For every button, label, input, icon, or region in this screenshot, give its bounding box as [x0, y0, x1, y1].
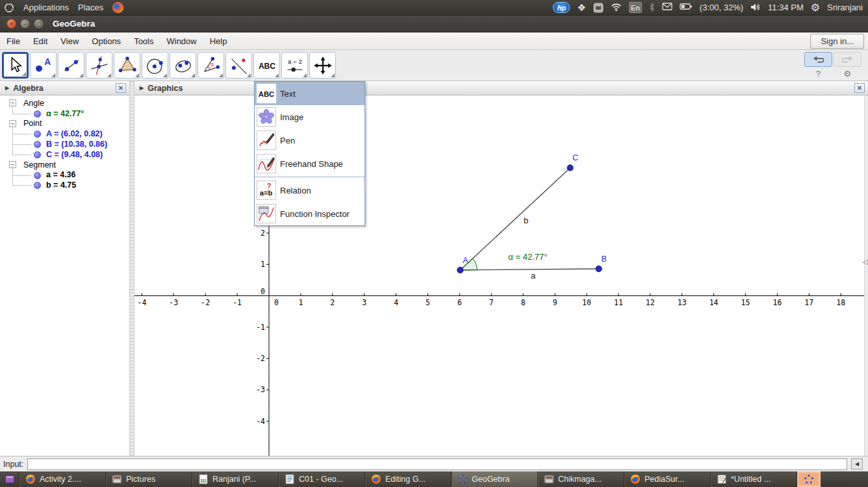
ubuntu-logo-icon[interactable]: [4, 3, 14, 13]
help-button[interactable]: ?: [816, 69, 821, 79]
session-gear-icon[interactable]: ⚙: [811, 3, 820, 13]
tool-text-button[interactable]: ABC: [253, 52, 280, 79]
bluetooth-icon[interactable]: [649, 3, 655, 13]
taskbar-item-geogebra[interactable]: GeoGebra: [452, 471, 538, 487]
mail-icon[interactable]: [662, 3, 672, 13]
point-A[interactable]: [457, 267, 463, 273]
graphics-canvas[interactable]: -4-3-2-10123456789101112131415161718210-…: [134, 95, 868, 456]
tool-polygon-button[interactable]: [114, 52, 140, 79]
dropbox-icon[interactable]: ❖: [577, 3, 585, 12]
algebra-item-value: A = (6.02, 0.82): [46, 129, 103, 138]
keyboard-layout-indicator[interactable]: En: [629, 2, 642, 13]
tool-dropdown-arrow-icon[interactable]: [22, 72, 26, 76]
volume-icon[interactable]: [750, 3, 761, 13]
input-help-toggle-button[interactable]: ◀: [851, 458, 863, 469]
wifi-icon[interactable]: [611, 3, 622, 13]
clock[interactable]: 11:34 PM: [768, 3, 804, 12]
algebra-item[interactable]: b = 4.75: [0, 180, 129, 190]
visibility-marble-icon[interactable]: [34, 141, 41, 148]
visibility-marble-icon[interactable]: [34, 151, 41, 158]
tool-angle-button[interactable]: α: [198, 52, 224, 79]
taskbar-item-c01-geo-[interactable]: C01 - Geo...: [279, 471, 365, 487]
tool-dropdown-arrow-icon[interactable]: [51, 73, 55, 77]
taskbar-item-activity-2-[interactable]: Activity 2....: [19, 471, 106, 487]
algebra-panel-header[interactable]: ▶ Algebra ✕: [0, 81, 129, 95]
battery-icon[interactable]: [680, 3, 693, 13]
undo-button[interactable]: [804, 52, 832, 67]
taskbar-item-editing-g-[interactable]: Editing G...: [365, 471, 452, 487]
graphics-collapse-triangle-icon[interactable]: ▶: [140, 85, 144, 91]
panel-splitter[interactable]: [130, 81, 134, 456]
visibility-marble-icon[interactable]: [34, 182, 41, 189]
window-titlebar[interactable]: ✕ − ▢ GeoGebra: [0, 16, 868, 32]
taskbar-item--untitled-[interactable]: *Untitled ...: [711, 471, 797, 487]
visibility-marble-icon[interactable]: [34, 131, 41, 138]
tool-reflection-button[interactable]: [225, 52, 252, 79]
taskbar-item-pediasur-[interactable]: PediaSur...: [624, 471, 711, 487]
graphics-panel-header[interactable]: ▶ Graphics ✕: [134, 81, 868, 95]
taskbar-item-pictures[interactable]: Pictures: [106, 471, 192, 487]
algebra-collapse-triangle-icon[interactable]: ▶: [5, 85, 9, 91]
tool-dropdown-arrow-icon[interactable]: [275, 73, 279, 77]
menu-file[interactable]: File: [0, 34, 27, 49]
command-input[interactable]: [27, 458, 847, 470]
places-menu[interactable]: Places: [78, 3, 103, 12]
tool-dropdown-arrow-icon[interactable]: [107, 73, 111, 77]
tool-dropdown-arrow-icon[interactable]: [247, 73, 251, 77]
segment-a[interactable]: [460, 269, 598, 270]
point-C[interactable]: [567, 165, 573, 171]
menu-item-function-inspector[interactable]: Function Inspector: [255, 202, 364, 225]
menu-item-pen[interactable]: Pen: [255, 129, 364, 152]
point-B[interactable]: [596, 266, 602, 271]
graphics-panel: ▶ Graphics ✕ -4-3-2-10123456789101112131…: [134, 81, 868, 456]
tool-dropdown-arrow-icon[interactable]: [219, 73, 223, 77]
menu-tools[interactable]: Tools: [127, 34, 160, 49]
applications-menu[interactable]: Applications: [23, 3, 69, 12]
graphics-close-icon[interactable]: ✕: [854, 83, 865, 93]
tool-dropdown-arrow-icon[interactable]: [331, 73, 335, 77]
menu-options[interactable]: Options: [85, 34, 127, 49]
app-indicator-icon[interactable]: [593, 3, 604, 13]
algebra-item[interactable]: α = 42.77°: [0, 108, 129, 119]
sign-in-button[interactable]: Sign in...: [810, 34, 864, 49]
taskbar-item-chikmaga-[interactable]: Chikmaga...: [538, 471, 624, 487]
tool-dropdown-arrow-icon[interactable]: [79, 73, 83, 77]
tool-move-button[interactable]: [2, 52, 29, 79]
tool-perpendicular-line-button[interactable]: [86, 52, 112, 79]
tool-circle-button[interactable]: [142, 52, 168, 79]
tool-dropdown-arrow-icon[interactable]: [191, 73, 195, 77]
menu-item-text[interactable]: ABCText: [255, 82, 364, 105]
visibility-marble-icon[interactable]: [34, 110, 41, 118]
menu-edit[interactable]: Edit: [27, 34, 54, 49]
show-desktop-button[interactable]: [0, 471, 19, 487]
algebra-close-icon[interactable]: ✕: [116, 83, 126, 93]
tool-dropdown-arrow-icon[interactable]: [303, 73, 307, 77]
menu-window[interactable]: Window: [160, 34, 203, 49]
tool-dropdown-arrow-icon[interactable]: [135, 73, 139, 77]
panel-collapse-arrow-icon[interactable]: ◁: [863, 258, 868, 266]
toolbar-settings-gear-icon[interactable]: ⚙: [844, 69, 852, 79]
algebra-item[interactable]: C = (9.48, 4.08): [0, 149, 129, 160]
menu-help[interactable]: Help: [203, 34, 234, 49]
window-close-button[interactable]: ✕: [6, 19, 16, 29]
visibility-marble-icon[interactable]: [34, 172, 41, 179]
tool-line-button[interactable]: [58, 52, 84, 79]
window-maximize-button[interactable]: ▢: [34, 19, 44, 29]
tool-move-graphics-view-button[interactable]: [309, 52, 336, 79]
menu-item-label: Image: [280, 112, 303, 122]
menu-item-relation[interactable]: ?a=bRelation: [255, 179, 364, 202]
menu-item-image[interactable]: Image: [255, 105, 364, 129]
tool-point-button[interactable]: A: [30, 52, 57, 79]
menu-view[interactable]: View: [54, 34, 85, 49]
geogebra-launcher-tile[interactable]: [797, 471, 821, 487]
firefox-indicator-icon[interactable]: [112, 2, 123, 13]
username[interactable]: Sriranjani: [827, 3, 863, 12]
taskbar-item-ranjani-p-[interactable]: Ranjani (P...: [192, 471, 279, 487]
menu-item-freehand-shape[interactable]: Freehand Shape: [255, 152, 364, 175]
tool-dropdown-arrow-icon[interactable]: [163, 73, 167, 77]
hp-indicator-icon[interactable]: hp: [553, 2, 570, 13]
tool-slider-button[interactable]: a = 2: [281, 52, 308, 79]
redo-button[interactable]: [834, 52, 862, 67]
tool-conic-button[interactable]: [170, 52, 196, 79]
window-minimize-button[interactable]: −: [20, 19, 30, 29]
